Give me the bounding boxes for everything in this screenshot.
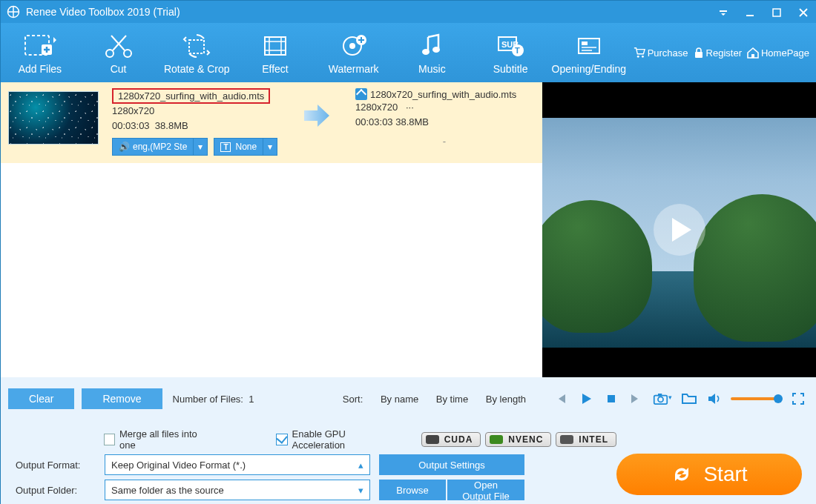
fullscreen-icon[interactable] [790, 391, 806, 407]
remove-button[interactable]: Remove [82, 388, 162, 409]
svg-rect-27 [658, 394, 662, 397]
app-window: Renee Video Toolbox 2019 (Trial) Add Fil… [0, 0, 816, 504]
refresh-icon [671, 463, 693, 485]
svg-rect-19 [582, 42, 588, 45]
snapshot-icon[interactable]: ▾ [653, 391, 672, 407]
settings-panel: Merge all files into one Enable GPU Acce… [1, 420, 816, 504]
main-toolbar: Add Files Cut Rotate & Crop Effect Water… [1, 23, 816, 82]
home-icon [746, 47, 760, 59]
purchase-label: Purchase [648, 47, 688, 59]
svg-point-5 [106, 50, 113, 57]
svg-point-20 [636, 56, 639, 58]
window-title: Renee Video Toolbox 2019 (Trial) [26, 6, 710, 18]
svg-point-10 [349, 43, 355, 49]
preview-video[interactable] [542, 82, 816, 377]
svg-rect-23 [751, 54, 754, 58]
add-files-button[interactable]: Add Files [1, 27, 79, 78]
sort-by-length[interactable]: By length [486, 394, 526, 405]
play-icon[interactable] [578, 391, 594, 407]
sort-options: Sort: By name By time By length [335, 394, 533, 405]
cut-button[interactable]: Cut [79, 27, 158, 78]
output-format-select[interactable]: Keep Original Video Format (*.) ▴ [105, 454, 370, 475]
subtitle-track-select[interactable]: TNone ▾ [214, 138, 277, 156]
audio-track-select[interactable]: 🔊eng,(MP2 Ste ▾ [112, 138, 208, 156]
format-label: Output Format: [16, 460, 105, 471]
opening-ending-button[interactable]: Opening/Ending [550, 27, 628, 78]
svg-rect-2 [773, 9, 780, 16]
source-info: 1280x720_surfing_with_audio.mts 1280x720… [112, 88, 297, 156]
open-output-folder-button[interactable]: Open Output File [447, 480, 524, 500]
effect-label: Effect [236, 63, 315, 75]
volume-slider[interactable] [731, 397, 781, 400]
effect-button[interactable]: Effect [236, 27, 315, 78]
minimize-button[interactable] [737, 1, 763, 23]
svg-rect-24 [608, 395, 615, 402]
svg-rect-22 [695, 52, 703, 58]
nvenc-tag: NVENC [485, 432, 551, 447]
player-controls: ▾ [542, 391, 816, 407]
homepage-link[interactable]: HomePage [746, 47, 809, 59]
close-button[interactable] [790, 1, 816, 23]
arrow-right-icon [301, 100, 331, 130]
rotate-crop-label: Rotate & Crop [157, 63, 236, 75]
chevron-down-icon: ▾ [193, 139, 207, 155]
title-bar: Renee Video Toolbox 2019 (Trial) [1, 1, 816, 23]
output-settings-button[interactable]: Output Settings [379, 454, 524, 475]
main-area: 1280x720_surfing_with_audio.mts 1280x720… [1, 82, 816, 377]
purchase-link[interactable]: Purchase [633, 47, 688, 59]
file-list: 1280x720_surfing_with_audio.mts 1280x720… [1, 82, 542, 377]
toolbar-right-links: Purchase Register HomePage [628, 47, 816, 59]
watermark-icon [315, 30, 393, 62]
browse-button[interactable]: Browse [379, 480, 446, 500]
subtitle-t-icon: T [220, 142, 231, 152]
gpu-checkbox[interactable]: Enable GPU Acceleration [276, 428, 395, 451]
subtitle-icon: SUBT [471, 30, 550, 62]
scissors-icon [79, 30, 158, 62]
open-folder-icon[interactable] [681, 391, 697, 407]
filmstrip-icon [236, 30, 315, 62]
opening-ending-label: Opening/Ending [550, 63, 628, 75]
watermark-button[interactable]: Watermark [315, 27, 393, 78]
options-dropdown-button[interactable] [710, 1, 737, 23]
svg-rect-7 [189, 40, 204, 53]
destination-info: 1280x720_surfing_with_audio.mts 1280x720… [355, 88, 533, 147]
music-note-icon [393, 30, 472, 62]
music-button[interactable]: Music [393, 27, 472, 78]
speaker-icon: 🔊 [119, 142, 130, 152]
file-row[interactable]: 1280x720_surfing_with_audio.mts 1280x720… [1, 82, 542, 163]
volume-icon[interactable] [706, 391, 723, 407]
svg-point-21 [642, 56, 644, 58]
edit-icon[interactable] [355, 88, 367, 100]
next-track-icon[interactable] [628, 391, 644, 407]
file-count: Number of Files: 1 [173, 394, 254, 405]
chevron-up-icon: ▴ [358, 460, 363, 471]
chevron-down-icon: ▾ [358, 485, 363, 496]
file-thumbnail[interactable] [8, 91, 99, 145]
sort-by-name[interactable]: By name [381, 394, 418, 405]
sort-by-time[interactable]: By time [436, 394, 468, 405]
register-link[interactable]: Register [693, 47, 742, 59]
start-button[interactable]: Start [616, 454, 802, 495]
output-folder-select[interactable]: Same folder as the source ▾ [105, 480, 370, 500]
cart-icon [633, 47, 646, 59]
maximize-button[interactable] [763, 1, 790, 23]
source-filename[interactable]: 1280x720_surfing_with_audio.mts [112, 88, 270, 104]
svg-point-26 [658, 397, 663, 402]
cuda-tag: CUDA [421, 432, 481, 447]
subtitle-button[interactable]: SUBT Subtitle [471, 27, 550, 78]
stop-icon[interactable] [603, 391, 619, 407]
clear-button[interactable]: Clear [8, 388, 74, 409]
svg-text:T: T [515, 46, 520, 55]
rotate-crop-button[interactable]: Rotate & Crop [157, 27, 236, 78]
preview-pane [542, 82, 816, 377]
source-resolution: 1280x720 [112, 104, 297, 119]
merge-checkbox[interactable]: Merge all files into one [104, 428, 212, 451]
add-files-icon [1, 30, 79, 62]
homepage-label: HomePage [761, 47, 809, 59]
svg-rect-8 [265, 37, 286, 55]
register-label: Register [706, 47, 742, 59]
intel-tag: INTEL [556, 432, 616, 447]
play-overlay-button[interactable] [654, 204, 705, 256]
prev-track-icon[interactable] [553, 391, 569, 407]
dest-filename: 1280x720_surfing_with_audio.mts [370, 89, 516, 100]
